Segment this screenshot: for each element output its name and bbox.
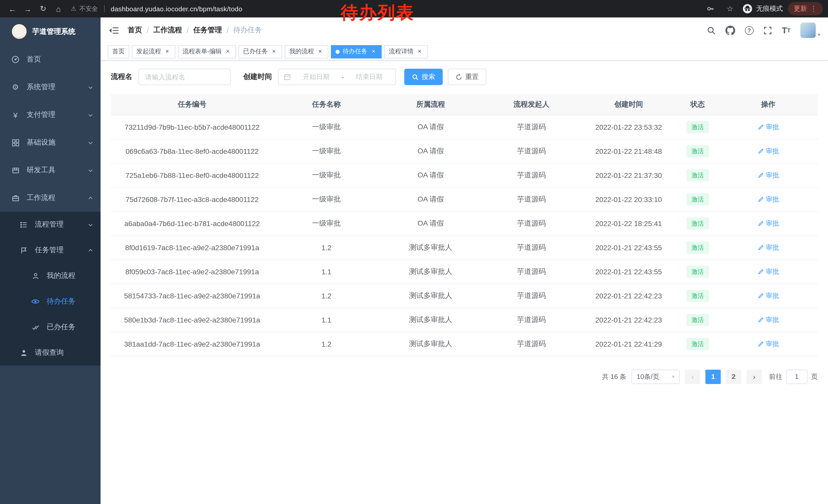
breadcrumb-separator: / [227,26,229,34]
approve-link[interactable]: 审批 [757,291,779,300]
table-body: 73211d9d-7b9b-11ec-b5b7-acde48001122 一级审… [111,115,818,356]
app-logo[interactable]: 芋道管理系统 [0,17,100,46]
incognito-icon [742,4,753,14]
sidebar-item-label: 请假查询 [35,348,93,357]
list-icon [19,221,28,228]
sidebar-item-workflow[interactable]: 工作流程 [0,184,100,212]
status-badge: 激活 [686,338,709,350]
process-name-input[interactable] [138,69,231,85]
sidebar-item-todo-tasks[interactable]: 待办任务 [0,289,100,314]
reload-icon[interactable]: ↻ [36,2,50,16]
site-security-chip[interactable]: ⚠ 不安全 [71,4,98,13]
close-icon[interactable]: × [224,48,232,55]
approve-link[interactable]: 审批 [757,171,779,180]
sidebar-item-process-mgmt[interactable]: 流程管理 [0,212,100,237]
approve-link[interactable]: 审批 [757,243,779,252]
update-button[interactable]: 更新 ⋮ [788,2,823,15]
created-cell: 2022-01-21 22:43:55 [581,260,676,283]
tab-start-process[interactable]: 发起流程 × [132,45,175,58]
operation-cell: 审批 [719,260,818,283]
password-key-icon[interactable] [703,2,718,16]
close-icon[interactable]: × [416,48,423,55]
breadcrumb-home[interactable]: 首页 [128,26,142,35]
page-number-1[interactable]: 1 [705,369,721,384]
home-icon[interactable]: ⌂ [51,2,66,16]
col-status: 状态 [676,94,719,115]
breadcrumb: 首页 / 工作流程 / 任务管理 / 待办任务 [128,26,262,35]
help-icon[interactable]: ? [745,26,754,35]
tab-todo-tasks[interactable]: 待办任务 × [331,45,382,58]
sidebar-item-task-mgmt[interactable]: 任务管理 [0,237,100,263]
sidebar-item-infra[interactable]: 基础设施 [0,129,100,156]
bookmark-star-icon[interactable]: ☆ [723,2,737,16]
approve-label: 审批 [766,194,779,204]
next-page-button[interactable]: › [746,369,762,384]
tab-label: 我的流程 [289,47,314,56]
sidebar-item-my-process[interactable]: 我的流程 [0,263,100,289]
sidebar-item-devtools[interactable]: 研发工具 [0,156,100,184]
date-range-picker[interactable]: 开始日期 - 结束日期 [278,69,396,85]
status-cell: 激活 [676,139,719,163]
table-row: 580e1b3d-7ac8-11ec-a9e2-a2380e71991a 1.1… [111,308,818,332]
task-name-cell: 一级审批 [274,163,379,187]
sidebar-item-system[interactable]: ⚙ 系统管理 [0,73,100,101]
github-icon[interactable] [726,26,735,35]
approve-link[interactable]: 审批 [757,146,779,155]
breadcrumb-task-mgmt[interactable]: 任务管理 [194,26,222,35]
tab-done-tasks[interactable]: 已办任务 × [239,45,282,58]
approve-link[interactable]: 审批 [757,122,779,132]
tab-form-edit[interactable]: 流程表单-编辑 × [178,45,236,58]
status-cell: 激活 [676,332,719,356]
search-button[interactable]: 搜索 [404,69,443,85]
close-icon[interactable]: × [164,48,171,55]
page-size-select[interactable]: 10条/页 ▾ [631,369,680,384]
chevron-down-icon [88,168,93,173]
sidebar-item-label: 工作流程 [27,193,88,202]
grid-icon [11,139,20,146]
fullscreen-icon[interactable] [763,26,772,35]
sidebar-item-done-tasks[interactable]: 已办任务 [0,314,100,340]
warning-icon: ⚠ [71,5,76,12]
search-icon[interactable] [707,26,716,35]
tab-my-process[interactable]: 我的流程 × [285,45,328,58]
task-id-cell: 580e1b3d-7ac8-11ec-a9e2-a2380e71991a [111,308,274,332]
col-created: 创建时间 [581,94,676,115]
sidebar-collapse-icon[interactable] [108,25,120,36]
approve-link[interactable]: 审批 [757,194,779,204]
task-name-cell: 一级审批 [274,211,379,235]
flag-icon [19,246,28,254]
sidebar-item-home[interactable]: 首页 [0,46,100,73]
breadcrumb-separator: / [187,26,189,34]
forward-icon[interactable]: → [20,2,35,16]
close-icon[interactable]: × [271,48,278,55]
task-id-cell: 8f0d1619-7ac8-11ec-a9e2-a2380e71991a [111,235,274,260]
tab-label: 待办任务 [343,47,367,56]
col-task-id: 任务编号 [111,94,274,115]
prev-page-button[interactable]: ‹ [685,369,700,384]
goto-page-input[interactable] [786,369,808,384]
close-icon[interactable]: × [370,48,377,55]
approve-label: 审批 [766,291,779,300]
browser-menu-icon[interactable]: ⋮ [810,5,817,13]
back-icon[interactable]: ← [5,2,19,16]
address-bar[interactable]: dashboard.yudao.iocoder.cn/bpm/task/todo [111,5,242,12]
page-number-2[interactable]: 2 [726,369,741,384]
approve-link[interactable]: 审批 [757,267,779,276]
user-avatar[interactable]: ▾ [800,22,820,38]
sidebar-item-leave-query[interactable]: 请假查询 [0,340,100,366]
tab-home[interactable]: 首页 [108,45,129,58]
approve-link[interactable]: 审批 [757,339,779,349]
sidebar-item-payment[interactable]: ¥ 支付管理 [0,101,100,129]
font-size-icon[interactable]: TT [782,26,791,35]
tab-process-detail[interactable]: 流程详情 × [384,45,428,58]
table-row: 73211d9d-7b9b-11ec-b5b7-acde48001122 一级审… [111,115,818,139]
process-cell: 测试多审批人 [379,283,482,308]
approve-link[interactable]: 审批 [757,219,779,228]
breadcrumb-workflow[interactable]: 工作流程 [153,26,182,35]
approve-link[interactable]: 审批 [757,315,779,324]
table-row: 725a1eb6-7b88-11ec-8ef0-acde48001122 一级审… [111,163,818,187]
reset-button[interactable]: 重置 [448,69,486,85]
initiator-cell: 芋道源码 [482,332,581,356]
sidebar-item-label: 已办任务 [47,322,93,332]
close-icon[interactable]: × [317,48,324,55]
